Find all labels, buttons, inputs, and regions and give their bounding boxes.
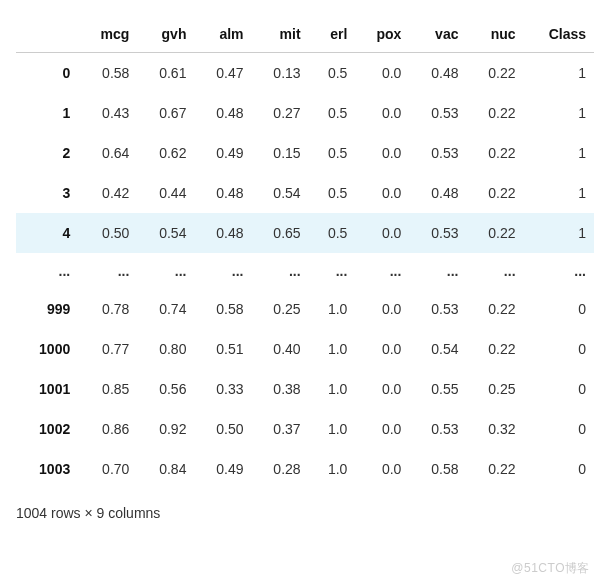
cell: 0.0 <box>355 53 409 94</box>
cell: 0.0 <box>355 409 409 449</box>
cell: 0 <box>524 409 594 449</box>
col-header: mcg <box>78 16 137 53</box>
cell: 0.22 <box>466 289 523 329</box>
cell: ... <box>524 253 594 289</box>
cell: 0.42 <box>78 173 137 213</box>
cell: 0.92 <box>137 409 194 449</box>
cell: 0.38 <box>252 369 309 409</box>
cell: 0.28 <box>252 449 309 489</box>
cell: 0.54 <box>137 213 194 253</box>
cell: 0 <box>524 369 594 409</box>
cell: 0.37 <box>252 409 309 449</box>
cell: 0.54 <box>252 173 309 213</box>
cell: 0.22 <box>466 93 523 133</box>
cell: 0.22 <box>466 449 523 489</box>
row-index: 999 <box>16 289 78 329</box>
cell: 0.32 <box>466 409 523 449</box>
cell: 0.25 <box>466 369 523 409</box>
cell: 0.49 <box>194 133 251 173</box>
col-header: alm <box>194 16 251 53</box>
cell: 0 <box>524 449 594 489</box>
cell: 0.0 <box>355 93 409 133</box>
cell: 0.13 <box>252 53 309 94</box>
col-header: erl <box>309 16 356 53</box>
cell: ... <box>466 253 523 289</box>
cell: 0.64 <box>78 133 137 173</box>
cell: ... <box>355 253 409 289</box>
header-row: mcg gvh alm mit erl pox vac nuc Class <box>16 16 594 53</box>
cell: 0.22 <box>466 53 523 94</box>
table-row: 10030.700.840.490.281.00.00.580.220 <box>16 449 594 489</box>
cell: 1 <box>524 53 594 94</box>
cell: 0.80 <box>137 329 194 369</box>
cell: 0.48 <box>409 53 466 94</box>
cell: 0 <box>524 289 594 329</box>
cell: 0.58 <box>194 289 251 329</box>
cell: 0.53 <box>409 93 466 133</box>
cell: 0.56 <box>137 369 194 409</box>
col-header: mit <box>252 16 309 53</box>
index-header <box>16 16 78 53</box>
table-row: 9990.780.740.580.251.00.00.530.220 <box>16 289 594 329</box>
cell: 0.0 <box>355 133 409 173</box>
cell: 1 <box>524 173 594 213</box>
cell: 0.0 <box>355 449 409 489</box>
cell: 0.5 <box>309 133 356 173</box>
summary-text: 1004 rows × 9 columns <box>16 505 594 521</box>
cell: 0.22 <box>466 329 523 369</box>
cell: 0.58 <box>78 53 137 94</box>
row-index: 2 <box>16 133 78 173</box>
cell: 0.84 <box>137 449 194 489</box>
table-row: 10010.850.560.330.381.00.00.550.250 <box>16 369 594 409</box>
cell: 0.85 <box>78 369 137 409</box>
table-row: 10000.770.800.510.401.00.00.540.220 <box>16 329 594 369</box>
row-index: 0 <box>16 53 78 94</box>
cell: 0.53 <box>409 133 466 173</box>
cell: 0.53 <box>409 289 466 329</box>
cell: ... <box>194 253 251 289</box>
cell: 1.0 <box>309 289 356 329</box>
cell: 1.0 <box>309 409 356 449</box>
row-index: 3 <box>16 173 78 213</box>
cell: 0.86 <box>78 409 137 449</box>
cell: 0.53 <box>409 409 466 449</box>
cell: 0.40 <box>252 329 309 369</box>
cell: 0.43 <box>78 93 137 133</box>
cell: 0.49 <box>194 449 251 489</box>
row-index: 4 <box>16 213 78 253</box>
table-row: 40.500.540.480.650.50.00.530.221 <box>16 213 594 253</box>
cell: 0.51 <box>194 329 251 369</box>
table-row: 10.430.670.480.270.50.00.530.221 <box>16 93 594 133</box>
col-header: nuc <box>466 16 523 53</box>
cell: 0.65 <box>252 213 309 253</box>
cell: 0.62 <box>137 133 194 173</box>
cell: 0 <box>524 329 594 369</box>
cell: 0.22 <box>466 213 523 253</box>
row-index: 1002 <box>16 409 78 449</box>
cell: 0.77 <box>78 329 137 369</box>
cell: 0.0 <box>355 369 409 409</box>
row-index: 1 <box>16 93 78 133</box>
col-header: vac <box>409 16 466 53</box>
cell: 0.58 <box>409 449 466 489</box>
cell: ... <box>78 253 137 289</box>
cell: 0.48 <box>194 213 251 253</box>
col-header: pox <box>355 16 409 53</box>
table-row: .............................. <box>16 253 594 289</box>
dataframe-table: mcg gvh alm mit erl pox vac nuc Class 00… <box>16 16 594 489</box>
cell: 0.0 <box>355 213 409 253</box>
cell: 0.74 <box>137 289 194 329</box>
cell: 0.5 <box>309 53 356 94</box>
cell: 1.0 <box>309 449 356 489</box>
table-row: 10020.860.920.500.371.00.00.530.320 <box>16 409 594 449</box>
cell: 0.67 <box>137 93 194 133</box>
cell: 0.53 <box>409 213 466 253</box>
cell: 0.48 <box>194 173 251 213</box>
cell: 0.15 <box>252 133 309 173</box>
cell: 0.5 <box>309 213 356 253</box>
row-index: ... <box>16 253 78 289</box>
cell: 0.47 <box>194 53 251 94</box>
row-index: 1003 <box>16 449 78 489</box>
cell: 0.48 <box>194 93 251 133</box>
col-header: gvh <box>137 16 194 53</box>
